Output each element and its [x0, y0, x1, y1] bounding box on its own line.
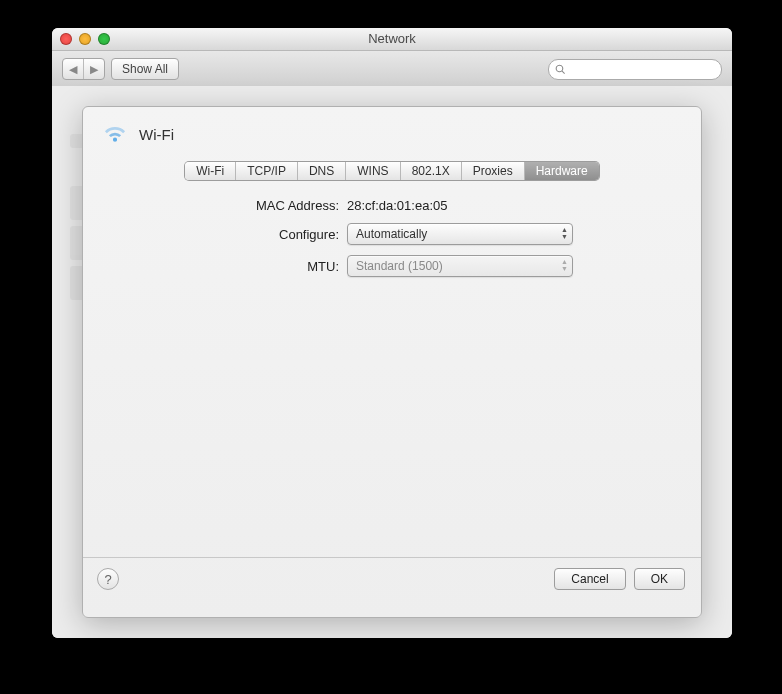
mtu-value: Standard (1500): [356, 259, 443, 273]
toolbar: ◀ ▶ Show All: [52, 51, 732, 88]
ok-button[interactable]: OK: [634, 568, 685, 590]
show-all-button[interactable]: Show All: [111, 58, 179, 80]
network-preferences-window: Network ◀ ▶ Show All: [52, 28, 732, 638]
tab-hardware[interactable]: Hardware: [525, 162, 599, 180]
hardware-form: MAC Address: 28:cf:da:01:ea:05 Configure…: [83, 180, 701, 297]
wifi-icon: [101, 121, 129, 148]
configure-label: Configure:: [107, 227, 347, 242]
back-button[interactable]: ◀: [63, 59, 84, 79]
mac-address-value: 28:cf:da:01:ea:05: [347, 198, 447, 213]
configure-popup[interactable]: Automatically ▲▼: [347, 223, 573, 245]
settings-sheet: Wi-Fi Wi-Fi TCP/IP DNS WINS 802.1X Proxi…: [82, 106, 702, 618]
forward-button[interactable]: ▶: [84, 59, 104, 79]
help-button[interactable]: ?: [97, 568, 119, 590]
nav-back-forward: ◀ ▶: [62, 58, 105, 80]
show-all-label: Show All: [122, 62, 168, 76]
tabs: Wi-Fi TCP/IP DNS WINS 802.1X Proxies Har…: [83, 162, 701, 180]
content-area: Wi-Fi Wi-Fi TCP/IP DNS WINS 802.1X Proxi…: [52, 86, 732, 638]
traffic-lights: [60, 33, 110, 45]
help-icon: ?: [104, 572, 111, 587]
search-input[interactable]: [570, 62, 715, 76]
close-window-button[interactable]: [60, 33, 72, 45]
popup-arrows-icon: ▲▼: [561, 226, 568, 240]
tab-wins[interactable]: WINS: [346, 162, 400, 180]
panel-title: Wi-Fi: [139, 126, 174, 143]
tab-tcpip[interactable]: TCP/IP: [236, 162, 298, 180]
search-icon: [555, 64, 566, 75]
sheet-footer: ? Cancel OK: [83, 558, 701, 602]
search-field[interactable]: [548, 59, 722, 80]
window-titlebar: Network: [52, 28, 732, 51]
mtu-popup: Standard (1500) ▲▼: [347, 255, 573, 277]
tab-dns[interactable]: DNS: [298, 162, 346, 180]
cancel-button[interactable]: Cancel: [554, 568, 625, 590]
configure-value: Automatically: [356, 227, 427, 241]
tab-wifi[interactable]: Wi-Fi: [185, 162, 236, 180]
popup-arrows-icon: ▲▼: [561, 258, 568, 272]
mtu-label: MTU:: [107, 259, 347, 274]
zoom-window-button[interactable]: [98, 33, 110, 45]
mac-address-label: MAC Address:: [107, 198, 347, 213]
minimize-window-button[interactable]: [79, 33, 91, 45]
tab-proxies[interactable]: Proxies: [462, 162, 525, 180]
tab-8021x[interactable]: 802.1X: [401, 162, 462, 180]
window-title: Network: [368, 31, 416, 46]
sheet-header: Wi-Fi: [83, 107, 701, 156]
